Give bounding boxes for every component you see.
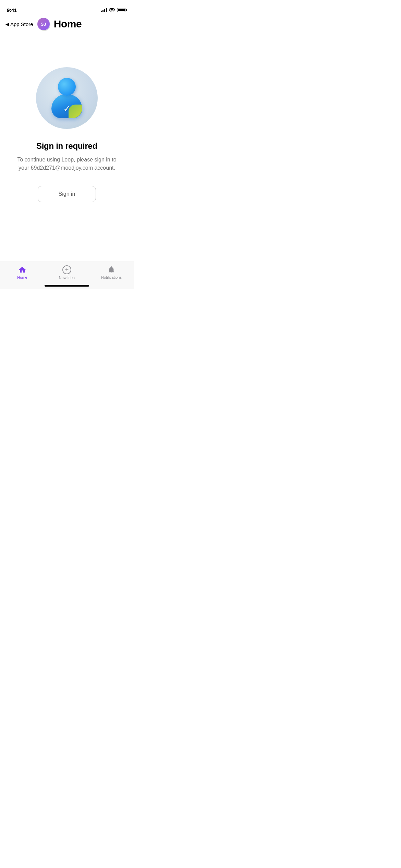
status-icons: [101, 8, 127, 12]
status-time: 9:41: [7, 7, 17, 13]
tab-new-idea-label: New Idea: [59, 276, 75, 280]
battery-icon: [117, 8, 127, 12]
tab-notifications-label: Notifications: [101, 275, 122, 279]
status-bar: 9:41: [0, 0, 134, 15]
avatar[interactable]: SJ: [37, 18, 50, 30]
signal-icon: [101, 8, 107, 12]
nav-bar: ◀ App Store SJ Home: [0, 15, 134, 33]
sign-in-button[interactable]: Sign in: [38, 186, 96, 202]
tab-new-idea[interactable]: + New Idea: [53, 265, 81, 280]
person-figure: ✓: [51, 78, 82, 118]
tab-home[interactable]: Home: [9, 266, 36, 279]
avatar-wrapper: SJ: [37, 18, 50, 30]
back-chevron-icon: ◀: [5, 22, 9, 27]
person-body: ✓: [51, 94, 82, 118]
home-indicator: [45, 285, 89, 287]
back-button[interactable]: ◀ App Store: [5, 21, 33, 27]
person-head: [58, 78, 76, 96]
avatar-initials: SJ: [41, 22, 46, 27]
main-content: ✓ Sign in required To continue using Loo…: [0, 33, 134, 216]
bell-icon: [108, 266, 115, 274]
checkmark-icon: ✓: [63, 103, 71, 114]
person-illustration: ✓: [36, 67, 98, 129]
tab-home-label: Home: [17, 275, 27, 279]
tab-notifications[interactable]: Notifications: [98, 266, 125, 279]
sign-in-title: Sign in required: [36, 141, 97, 151]
page-title: Home: [54, 18, 82, 30]
sign-in-description: To continue using Loop, please sign in t…: [15, 156, 118, 172]
new-idea-icon: +: [62, 265, 71, 274]
wifi-icon: [109, 8, 115, 12]
back-label: App Store: [10, 21, 33, 27]
home-icon: [18, 266, 26, 274]
